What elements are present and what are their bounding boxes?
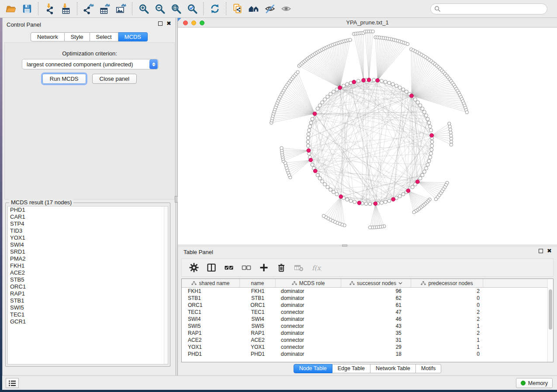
tab-node-table[interactable]: Node Table: [294, 364, 332, 373]
add-column-button[interactable]: [256, 260, 272, 275]
mcds-result-item[interactable]: SRD1: [8, 248, 168, 255]
network-node[interactable]: [384, 80, 387, 83]
table-scrollbar[interactable]: [547, 279, 553, 362]
mcds-hub-node[interactable]: [313, 112, 317, 116]
network-node[interactable]: [318, 176, 322, 180]
zoom-selected-button[interactable]: [184, 2, 200, 16]
column-header-shared-name[interactable]: shared name: [182, 279, 240, 287]
network-node[interactable]: [430, 140, 434, 144]
network-node[interactable]: [449, 131, 452, 134]
column-header-predecessor-nodes[interactable]: predecessor nodes: [411, 279, 483, 287]
network-node[interactable]: [326, 186, 329, 189]
network-node[interactable]: [318, 104, 322, 107]
network-node[interactable]: [450, 140, 453, 143]
network-node[interactable]: [427, 159, 431, 163]
mcds-result-item[interactable]: TEC1: [8, 311, 168, 318]
mcds-hub-node[interactable]: [313, 169, 317, 173]
mcds-hub-node[interactable]: [309, 158, 313, 162]
network-node[interactable]: [387, 199, 391, 203]
nested-networks-button[interactable]: [246, 2, 262, 16]
network-node[interactable]: [450, 143, 453, 146]
network-node[interactable]: [306, 144, 310, 148]
mcds-result-item[interactable]: SWI5: [8, 304, 168, 311]
mcds-hub-node[interactable]: [357, 201, 361, 205]
network-node[interactable]: [346, 198, 349, 201]
mcds-result-item[interactable]: ACE2: [8, 269, 168, 276]
network-node[interactable]: [342, 84, 346, 88]
close-panel-button[interactable]: Close panel: [92, 74, 137, 84]
network-node[interactable]: [322, 214, 325, 217]
network-node[interactable]: [384, 200, 387, 204]
network-node[interactable]: [349, 199, 353, 203]
mcds-hub-node[interactable]: [406, 189, 410, 193]
table-row[interactable]: TEC1TEC1connector472: [182, 309, 553, 316]
zoom-fit-button[interactable]: [168, 2, 184, 16]
network-node[interactable]: [430, 148, 433, 151]
network-node[interactable]: [448, 122, 451, 125]
network-node[interactable]: [306, 140, 310, 144]
tab-motifs[interactable]: Motifs: [416, 364, 441, 373]
network-node[interactable]: [394, 84, 398, 88]
mcds-result-item[interactable]: STP4: [8, 220, 168, 227]
network-node[interactable]: [429, 152, 432, 155]
hide-selected-button[interactable]: [262, 2, 278, 16]
export-image-button[interactable]: [113, 2, 129, 16]
network-node[interactable]: [323, 182, 326, 186]
delete-column-button[interactable]: [273, 260, 289, 275]
mcds-hub-node[interactable]: [362, 78, 366, 82]
network-node[interactable]: [387, 81, 391, 85]
network-node[interactable]: [329, 93, 332, 96]
mcds-result-item[interactable]: TID3: [8, 227, 168, 234]
network-node[interactable]: [430, 144, 434, 148]
mcds-result-item[interactable]: SWI4: [8, 241, 168, 248]
network-node[interactable]: [424, 166, 428, 170]
network-node[interactable]: [323, 98, 326, 101]
mcds-hub-node[interactable]: [374, 202, 377, 206]
network-node[interactable]: [412, 210, 415, 213]
table-row[interactable]: FKH1FKH1dominator962: [182, 288, 553, 295]
network-node[interactable]: [309, 121, 313, 124]
network-node[interactable]: [372, 78, 376, 82]
network-node[interactable]: [335, 193, 339, 196]
tab-network[interactable]: Network: [31, 32, 65, 41]
mcds-result-item[interactable]: PMA2: [8, 255, 168, 262]
mcds-result-item[interactable]: RAP1: [8, 290, 168, 297]
mcds-hub-node[interactable]: [430, 134, 434, 138]
network-node[interactable]: [321, 180, 324, 183]
network-window-titlebar[interactable]: YPA_prune.txt_1: [178, 18, 557, 28]
network-node[interactable]: [308, 128, 311, 132]
network-node[interactable]: [405, 90, 408, 93]
zoom-out-button[interactable]: [152, 2, 168, 16]
task-history-button[interactable]: [6, 378, 19, 388]
close-panel-icon[interactable]: ✖: [166, 21, 171, 26]
table-row[interactable]: SWI5SWI5connector431: [182, 323, 553, 330]
network-node[interactable]: [421, 107, 424, 110]
tab-style[interactable]: Style: [65, 32, 90, 41]
column-header-MCDS-role[interactable]: MCDS role: [276, 279, 341, 287]
column-header-successor-nodes[interactable]: successor nodes: [341, 279, 411, 287]
network-node[interactable]: [296, 71, 299, 74]
network-node[interactable]: [465, 110, 468, 113]
mcds-hub-node[interactable]: [391, 197, 395, 201]
network-node[interactable]: [422, 170, 426, 173]
memory-button[interactable]: Memory: [516, 378, 553, 388]
network-node[interactable]: [311, 163, 314, 166]
refresh-view-button[interactable]: [207, 2, 223, 16]
network-node[interactable]: [398, 194, 401, 198]
network-node[interactable]: [326, 95, 329, 98]
network-node[interactable]: [398, 86, 401, 89]
network-node[interactable]: [414, 98, 417, 101]
network-node[interactable]: [380, 201, 384, 204]
mcds-hub-node[interactable]: [376, 79, 380, 83]
tab-select[interactable]: Select: [90, 32, 118, 41]
export-table-button[interactable]: [97, 2, 113, 16]
clone-network-button[interactable]: [229, 2, 246, 16]
delete-table-button[interactable]: [291, 260, 307, 275]
network-node[interactable]: [448, 125, 451, 128]
column-header-name[interactable]: name: [240, 279, 276, 287]
network-node[interactable]: [401, 193, 405, 196]
network-node[interactable]: [311, 117, 314, 121]
network-node[interactable]: [419, 176, 422, 180]
mcds-hub-node[interactable]: [415, 180, 419, 184]
network-node[interactable]: [349, 38, 352, 41]
